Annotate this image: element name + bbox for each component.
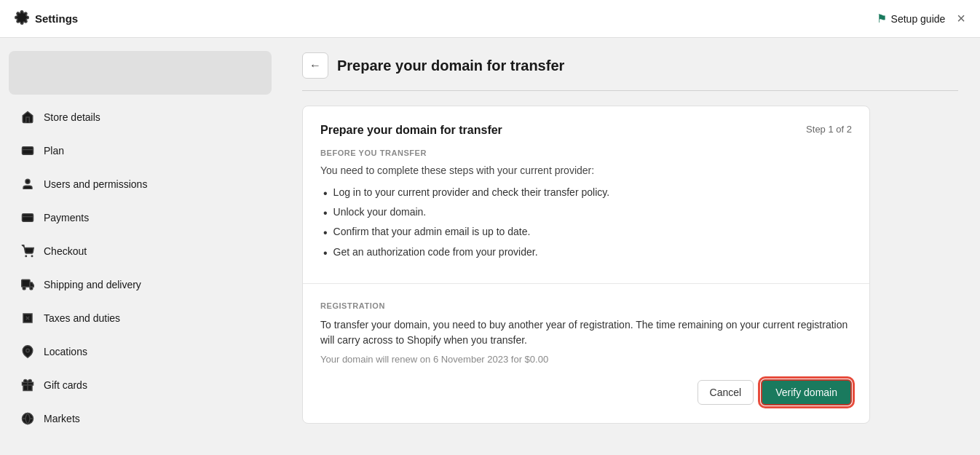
store-icon [20, 110, 35, 124]
svg-rect-4 [23, 214, 33, 222]
checkout-icon [20, 244, 35, 258]
section-header: Prepare your domain for transfer Step 1 … [320, 124, 852, 137]
payment-icon [20, 210, 35, 225]
sidebar-item-plan[interactable]: Plan [6, 134, 274, 167]
sidebar-item-label: Plan [44, 145, 64, 157]
sidebar-item-payments[interactable]: Payments [6, 201, 274, 234]
plan-icon [20, 143, 35, 158]
sidebar-item-label: Gift cards [44, 379, 87, 391]
registration-label: REGISTRATION [320, 301, 852, 310]
verify-domain-button[interactable]: Verify domain [761, 379, 852, 405]
sidebar-item-locations[interactable]: Locations [6, 335, 274, 368]
svg-rect-8 [22, 280, 30, 287]
sidebar-item-label: Store details [44, 111, 100, 123]
sidebar-item-markets[interactable]: Markets [6, 402, 274, 435]
svg-point-9 [23, 287, 25, 290]
settings-gear-icon [15, 10, 29, 27]
svg-point-6 [25, 256, 27, 257]
svg-point-10 [30, 287, 33, 290]
settings-title-group: Settings [15, 10, 78, 27]
settings-label: Settings [35, 12, 78, 25]
page-header: ← Prepare your domain for transfer [302, 52, 958, 79]
setup-guide-button[interactable]: ⚑ Setup guide [877, 12, 946, 25]
gift-icon [20, 378, 35, 392]
registration-note: Your domain will renew on 6 November 202… [320, 354, 852, 365]
sidebar-item-label: Shipping and delivery [44, 279, 141, 290]
back-button[interactable]: ← [302, 52, 328, 79]
section-title: Prepare your domain for transfer [320, 124, 502, 137]
taxes-icon [20, 311, 35, 325]
main-layout: Store details Plan Users and permissions [0, 38, 980, 455]
close-button[interactable]: × [957, 10, 965, 27]
before-transfer-section: Prepare your domain for transfer Step 1 … [303, 106, 869, 284]
svg-point-13 [26, 349, 30, 352]
sidebar-item-taxes-and-duties[interactable]: Taxes and duties [6, 301, 274, 335]
sidebar-item-label: Markets [44, 413, 80, 424]
sidebar-item-gift-cards[interactable]: Gift cards [6, 368, 274, 402]
sidebar-item-store-details[interactable]: Store details [6, 100, 274, 134]
location-icon [20, 344, 35, 359]
svg-rect-1 [23, 147, 33, 155]
svg-point-7 [31, 256, 33, 257]
top-bar: Settings ⚑ Setup guide × [0, 0, 980, 38]
page-title: Prepare your domain for transfer [337, 58, 564, 74]
markets-icon [20, 411, 35, 426]
section-subtitle: You need to complete these steps with yo… [320, 165, 852, 176]
topbar-right: ⚑ Setup guide × [877, 10, 965, 27]
header-divider [302, 90, 958, 91]
list-item: Confirm that your admin email is up to d… [320, 226, 852, 240]
bullet-list: Log in to your current provider and chec… [320, 186, 852, 260]
setup-guide-label: Setup guide [891, 13, 946, 25]
sidebar-item-label: Users and permissions [44, 178, 147, 190]
sidebar-logo [9, 51, 272, 95]
flag-icon: ⚑ [877, 12, 887, 25]
sidebar-item-shipping-and-delivery[interactable]: Shipping and delivery [6, 268, 274, 301]
main-content: ← Prepare your domain for transfer Prepa… [280, 38, 980, 455]
sidebar-item-label: Locations [44, 346, 87, 357]
cancel-button[interactable]: Cancel [698, 380, 754, 405]
domain-transfer-card: Prepare your domain for transfer Step 1 … [302, 106, 870, 424]
sidebar-item-checkout[interactable]: Checkout [6, 234, 274, 268]
sidebar-item-label: Taxes and duties [44, 312, 120, 324]
svg-point-3 [25, 179, 30, 183]
sidebar: Store details Plan Users and permissions [0, 38, 280, 455]
registration-section: REGISTRATION To transfer your domain, yo… [303, 284, 869, 423]
before-label: BEFORE YOU TRANSFER [320, 149, 852, 157]
card-actions: Cancel Verify domain [320, 379, 852, 405]
sidebar-item-users-and-permissions[interactable]: Users and permissions [6, 167, 274, 201]
shipping-icon [20, 277, 35, 292]
sidebar-item-label: Payments [44, 212, 89, 223]
registration-text: To transfer your domain, you need to buy… [320, 317, 852, 348]
user-icon [20, 177, 35, 191]
sidebar-item-label: Checkout [44, 245, 87, 257]
list-item: Log in to your current provider and chec… [320, 186, 852, 200]
step-label: Step 1 of 2 [806, 124, 852, 135]
list-item: Unlock your domain. [320, 206, 852, 220]
list-item: Get an authorization code from your prov… [320, 246, 852, 260]
